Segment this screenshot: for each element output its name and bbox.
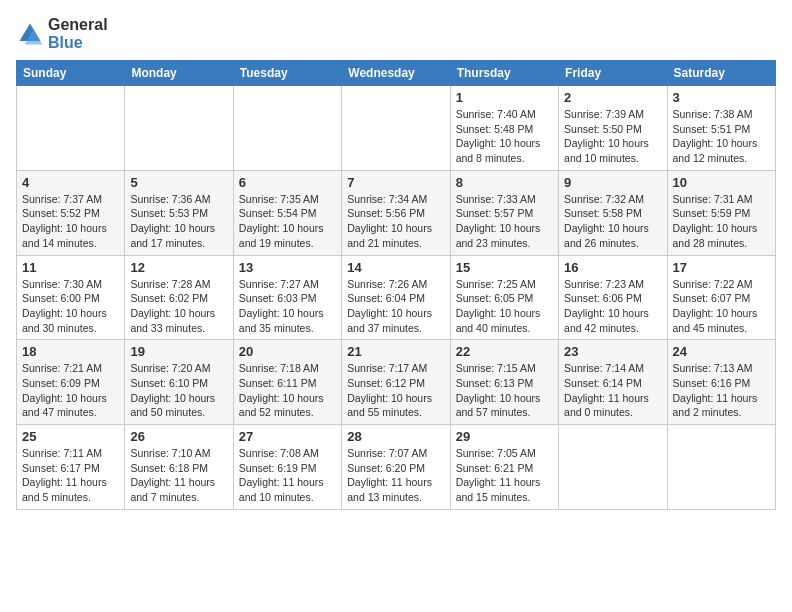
calendar-cell: 4Sunrise: 7:37 AM Sunset: 5:52 PM Daylig… [17, 170, 125, 255]
page-header: General Blue [16, 16, 776, 52]
day-detail: Sunrise: 7:27 AM Sunset: 6:03 PM Dayligh… [239, 277, 336, 336]
day-number: 18 [22, 344, 119, 359]
calendar-cell: 27Sunrise: 7:08 AM Sunset: 6:19 PM Dayli… [233, 425, 341, 510]
day-number: 17 [673, 260, 770, 275]
day-number: 2 [564, 90, 661, 105]
calendar-table: SundayMondayTuesdayWednesdayThursdayFrid… [16, 60, 776, 510]
calendar-cell [17, 86, 125, 171]
day-detail: Sunrise: 7:30 AM Sunset: 6:00 PM Dayligh… [22, 277, 119, 336]
day-detail: Sunrise: 7:31 AM Sunset: 5:59 PM Dayligh… [673, 192, 770, 251]
weekday-header: Tuesday [233, 61, 341, 86]
calendar-cell [342, 86, 450, 171]
day-detail: Sunrise: 7:40 AM Sunset: 5:48 PM Dayligh… [456, 107, 553, 166]
calendar-cell: 10Sunrise: 7:31 AM Sunset: 5:59 PM Dayli… [667, 170, 775, 255]
day-number: 26 [130, 429, 227, 444]
calendar-cell: 12Sunrise: 7:28 AM Sunset: 6:02 PM Dayli… [125, 255, 233, 340]
calendar-cell [667, 425, 775, 510]
day-detail: Sunrise: 7:05 AM Sunset: 6:21 PM Dayligh… [456, 446, 553, 505]
day-number: 23 [564, 344, 661, 359]
day-detail: Sunrise: 7:23 AM Sunset: 6:06 PM Dayligh… [564, 277, 661, 336]
weekday-header: Sunday [17, 61, 125, 86]
day-detail: Sunrise: 7:11 AM Sunset: 6:17 PM Dayligh… [22, 446, 119, 505]
day-number: 3 [673, 90, 770, 105]
logo-text: General Blue [48, 16, 108, 52]
day-detail: Sunrise: 7:10 AM Sunset: 6:18 PM Dayligh… [130, 446, 227, 505]
calendar-cell: 11Sunrise: 7:30 AM Sunset: 6:00 PM Dayli… [17, 255, 125, 340]
logo: General Blue [16, 16, 108, 52]
day-number: 1 [456, 90, 553, 105]
calendar-week: 25Sunrise: 7:11 AM Sunset: 6:17 PM Dayli… [17, 425, 776, 510]
weekday-header: Wednesday [342, 61, 450, 86]
day-detail: Sunrise: 7:07 AM Sunset: 6:20 PM Dayligh… [347, 446, 444, 505]
calendar-cell: 7Sunrise: 7:34 AM Sunset: 5:56 PM Daylig… [342, 170, 450, 255]
day-detail: Sunrise: 7:25 AM Sunset: 6:05 PM Dayligh… [456, 277, 553, 336]
day-number: 25 [22, 429, 119, 444]
calendar-cell: 15Sunrise: 7:25 AM Sunset: 6:05 PM Dayli… [450, 255, 558, 340]
day-number: 29 [456, 429, 553, 444]
calendar-cell [125, 86, 233, 171]
day-number: 15 [456, 260, 553, 275]
day-detail: Sunrise: 7:35 AM Sunset: 5:54 PM Dayligh… [239, 192, 336, 251]
calendar-cell: 13Sunrise: 7:27 AM Sunset: 6:03 PM Dayli… [233, 255, 341, 340]
day-number: 8 [456, 175, 553, 190]
day-detail: Sunrise: 7:13 AM Sunset: 6:16 PM Dayligh… [673, 361, 770, 420]
calendar-cell: 17Sunrise: 7:22 AM Sunset: 6:07 PM Dayli… [667, 255, 775, 340]
calendar-cell: 5Sunrise: 7:36 AM Sunset: 5:53 PM Daylig… [125, 170, 233, 255]
day-detail: Sunrise: 7:36 AM Sunset: 5:53 PM Dayligh… [130, 192, 227, 251]
calendar-week: 11Sunrise: 7:30 AM Sunset: 6:00 PM Dayli… [17, 255, 776, 340]
calendar-cell: 28Sunrise: 7:07 AM Sunset: 6:20 PM Dayli… [342, 425, 450, 510]
calendar-week: 18Sunrise: 7:21 AM Sunset: 6:09 PM Dayli… [17, 340, 776, 425]
day-number: 4 [22, 175, 119, 190]
day-number: 10 [673, 175, 770, 190]
day-number: 11 [22, 260, 119, 275]
day-number: 22 [456, 344, 553, 359]
day-detail: Sunrise: 7:32 AM Sunset: 5:58 PM Dayligh… [564, 192, 661, 251]
calendar-cell: 24Sunrise: 7:13 AM Sunset: 6:16 PM Dayli… [667, 340, 775, 425]
logo-icon [16, 20, 44, 48]
calendar-cell: 9Sunrise: 7:32 AM Sunset: 5:58 PM Daylig… [559, 170, 667, 255]
calendar-cell: 2Sunrise: 7:39 AM Sunset: 5:50 PM Daylig… [559, 86, 667, 171]
day-detail: Sunrise: 7:20 AM Sunset: 6:10 PM Dayligh… [130, 361, 227, 420]
day-detail: Sunrise: 7:33 AM Sunset: 5:57 PM Dayligh… [456, 192, 553, 251]
calendar-cell [233, 86, 341, 171]
day-detail: Sunrise: 7:38 AM Sunset: 5:51 PM Dayligh… [673, 107, 770, 166]
calendar-cell: 16Sunrise: 7:23 AM Sunset: 6:06 PM Dayli… [559, 255, 667, 340]
day-detail: Sunrise: 7:21 AM Sunset: 6:09 PM Dayligh… [22, 361, 119, 420]
calendar-cell: 18Sunrise: 7:21 AM Sunset: 6:09 PM Dayli… [17, 340, 125, 425]
calendar-cell: 22Sunrise: 7:15 AM Sunset: 6:13 PM Dayli… [450, 340, 558, 425]
calendar-cell: 26Sunrise: 7:10 AM Sunset: 6:18 PM Dayli… [125, 425, 233, 510]
day-number: 5 [130, 175, 227, 190]
day-number: 13 [239, 260, 336, 275]
day-detail: Sunrise: 7:26 AM Sunset: 6:04 PM Dayligh… [347, 277, 444, 336]
day-number: 24 [673, 344, 770, 359]
day-detail: Sunrise: 7:34 AM Sunset: 5:56 PM Dayligh… [347, 192, 444, 251]
calendar-week: 4Sunrise: 7:37 AM Sunset: 5:52 PM Daylig… [17, 170, 776, 255]
day-number: 12 [130, 260, 227, 275]
calendar-cell: 20Sunrise: 7:18 AM Sunset: 6:11 PM Dayli… [233, 340, 341, 425]
calendar-cell: 21Sunrise: 7:17 AM Sunset: 6:12 PM Dayli… [342, 340, 450, 425]
day-number: 14 [347, 260, 444, 275]
day-number: 28 [347, 429, 444, 444]
calendar-cell: 8Sunrise: 7:33 AM Sunset: 5:57 PM Daylig… [450, 170, 558, 255]
calendar-cell: 25Sunrise: 7:11 AM Sunset: 6:17 PM Dayli… [17, 425, 125, 510]
day-detail: Sunrise: 7:18 AM Sunset: 6:11 PM Dayligh… [239, 361, 336, 420]
day-detail: Sunrise: 7:22 AM Sunset: 6:07 PM Dayligh… [673, 277, 770, 336]
calendar-cell: 3Sunrise: 7:38 AM Sunset: 5:51 PM Daylig… [667, 86, 775, 171]
day-number: 7 [347, 175, 444, 190]
calendar-cell: 6Sunrise: 7:35 AM Sunset: 5:54 PM Daylig… [233, 170, 341, 255]
weekday-header: Monday [125, 61, 233, 86]
day-number: 21 [347, 344, 444, 359]
day-number: 9 [564, 175, 661, 190]
day-detail: Sunrise: 7:08 AM Sunset: 6:19 PM Dayligh… [239, 446, 336, 505]
day-detail: Sunrise: 7:15 AM Sunset: 6:13 PM Dayligh… [456, 361, 553, 420]
calendar-cell: 14Sunrise: 7:26 AM Sunset: 6:04 PM Dayli… [342, 255, 450, 340]
day-number: 6 [239, 175, 336, 190]
day-detail: Sunrise: 7:37 AM Sunset: 5:52 PM Dayligh… [22, 192, 119, 251]
weekday-header: Thursday [450, 61, 558, 86]
day-number: 20 [239, 344, 336, 359]
day-number: 19 [130, 344, 227, 359]
calendar-cell: 29Sunrise: 7:05 AM Sunset: 6:21 PM Dayli… [450, 425, 558, 510]
day-detail: Sunrise: 7:28 AM Sunset: 6:02 PM Dayligh… [130, 277, 227, 336]
calendar-header: SundayMondayTuesdayWednesdayThursdayFrid… [17, 61, 776, 86]
day-detail: Sunrise: 7:39 AM Sunset: 5:50 PM Dayligh… [564, 107, 661, 166]
